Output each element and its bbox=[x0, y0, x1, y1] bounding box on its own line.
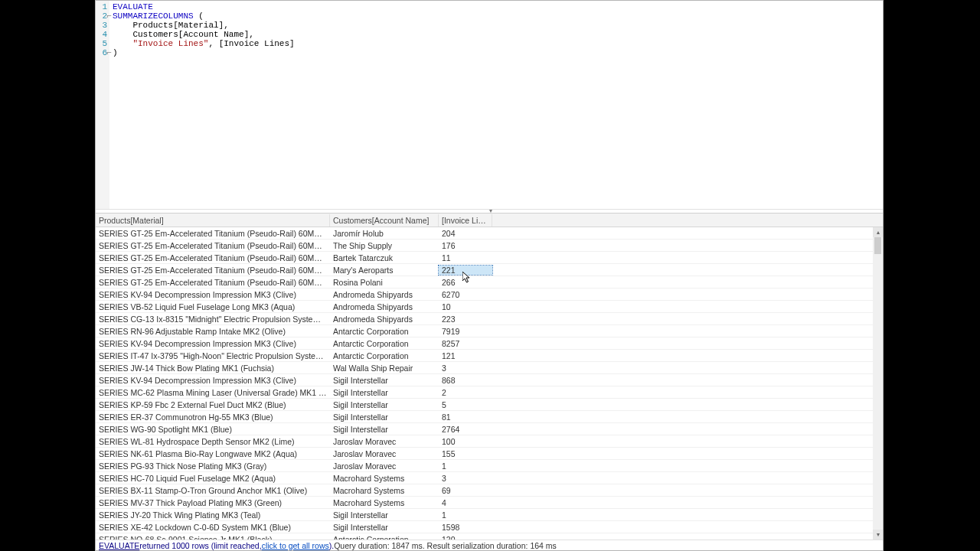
cell[interactable]: 2764 bbox=[439, 425, 492, 434]
cell[interactable]: 204 bbox=[439, 229, 492, 238]
cell[interactable]: 100 bbox=[439, 437, 492, 446]
cell[interactable]: The Ship Supply bbox=[330, 241, 439, 250]
cell[interactable]: SERIES WG-90 Spotlight MK1 (Blue) bbox=[96, 425, 330, 434]
cell[interactable]: SERIES JY-20 Thick Wing Plating MK3 (Tea… bbox=[96, 510, 330, 520]
table-row[interactable]: SERIES HC-70 Liquid Fuel Fuselage MK2 (A… bbox=[96, 472, 883, 484]
cell[interactable]: SERIES KP-59 Fbc 2 External Fuel Duct MK… bbox=[96, 400, 330, 409]
table-row[interactable]: SERIES GT-25 Em-Accelerated Titanium (Ps… bbox=[96, 240, 883, 252]
column-header-account[interactable]: Customers[Account Name] bbox=[330, 214, 439, 227]
cell[interactable]: 176 bbox=[439, 241, 492, 250]
cell[interactable]: SERIES MC-62 Plasma Mining Laser (Univer… bbox=[96, 388, 330, 397]
table-row[interactable]: SERIES XE-42 Lockdown C-0-6D System MK1 … bbox=[96, 521, 883, 533]
cell[interactable]: SERIES XE-42 Lockdown C-0-6D System MK1 … bbox=[96, 523, 330, 532]
cell[interactable]: Mary's Aeroparts bbox=[330, 266, 439, 275]
cell[interactable]: Wal Walla Ship Repair bbox=[330, 364, 439, 373]
cell[interactable]: 69 bbox=[439, 486, 492, 495]
table-row[interactable]: SERIES WL-81 Hydrospace Depth Sensor MK2… bbox=[96, 435, 883, 448]
cell[interactable]: Sigil Interstellar bbox=[330, 388, 439, 397]
cell[interactable]: Sigil Interstellar bbox=[330, 412, 439, 422]
cell[interactable]: 1598 bbox=[439, 523, 492, 532]
column-header-material[interactable]: Products[Material] bbox=[96, 214, 330, 227]
cell[interactable]: SERIES GT-25 Em-Accelerated Titanium (Ps… bbox=[96, 266, 330, 275]
cell[interactable]: Sigil Interstellar bbox=[330, 376, 439, 385]
cell[interactable]: SERIES GT-25 Em-Accelerated Titanium (Ps… bbox=[96, 278, 330, 287]
cell[interactable]: 1 bbox=[439, 461, 492, 471]
cell[interactable]: Sigil Interstellar bbox=[330, 400, 439, 409]
table-row[interactable]: SERIES NK-61 Plasma Bio-Ray Longwave MK2… bbox=[96, 448, 883, 460]
table-row[interactable]: SERIES VB-52 Liquid Fuel Fuselage Long M… bbox=[96, 301, 883, 313]
table-row[interactable]: SERIES GT-25 Em-Accelerated Titanium (Ps… bbox=[96, 276, 883, 289]
cell[interactable]: SERIES MV-37 Thick Payload Plating MK3 (… bbox=[96, 498, 330, 507]
cell[interactable]: SERIES VB-52 Liquid Fuel Fuselage Long M… bbox=[96, 302, 330, 311]
cell[interactable]: 4 bbox=[439, 498, 492, 507]
cell[interactable]: Bartek Tatarczuk bbox=[330, 253, 439, 262]
cell[interactable]: SERIES ER-37 Communotron Hg-55 MK3 (Blue… bbox=[96, 412, 330, 422]
cell[interactable]: SERIES CG-13 Ix-8315 "Midnight" Electric… bbox=[96, 315, 330, 324]
table-row[interactable]: SERIES JY-20 Thick Wing Plating MK3 (Tea… bbox=[96, 509, 883, 521]
cell[interactable]: SERIES KV-94 Decompression Impression MK… bbox=[96, 339, 330, 348]
cell[interactable]: SERIES NK-61 Plasma Bio-Ray Longwave MK2… bbox=[96, 449, 330, 458]
cell[interactable]: Sigil Interstellar bbox=[330, 523, 439, 532]
cell[interactable]: 221 bbox=[439, 266, 492, 275]
cell[interactable]: SERIES NO-68 Sc-9001 Science Jr MK1 (Bla… bbox=[96, 535, 330, 540]
cell[interactable]: Macrohard Systems bbox=[330, 486, 439, 495]
cell[interactable]: SERIES KV-94 Decompression Impression MK… bbox=[96, 376, 330, 385]
cell[interactable]: 10 bbox=[439, 302, 492, 311]
scroll-thumb[interactable] bbox=[874, 237, 881, 254]
scroll-up-icon[interactable]: ▴ bbox=[873, 227, 883, 237]
cell[interactable]: 155 bbox=[439, 449, 492, 458]
table-row[interactable]: SERIES GT-25 Em-Accelerated Titanium (Ps… bbox=[96, 227, 883, 240]
cell[interactable]: 121 bbox=[439, 351, 492, 360]
cell[interactable]: Jaroslav Moravec bbox=[330, 437, 439, 446]
cell[interactable]: SERIES GT-25 Em-Accelerated Titanium (Ps… bbox=[96, 229, 330, 238]
table-row[interactable]: SERIES BX-11 Stamp-O-Tron Ground Anchor … bbox=[96, 484, 883, 497]
cell[interactable]: Andromeda Shipyards bbox=[330, 290, 439, 299]
cell[interactable]: 868 bbox=[439, 376, 492, 385]
table-row[interactable]: SERIES KV-94 Decompression Impression MK… bbox=[96, 337, 883, 350]
pane-splitter[interactable] bbox=[96, 209, 883, 214]
table-row[interactable]: SERIES GT-25 Em-Accelerated Titanium (Ps… bbox=[96, 264, 883, 276]
cell[interactable]: SERIES PG-93 Thick Nose Plating MK3 (Gra… bbox=[96, 461, 330, 471]
cell[interactable]: 1 bbox=[439, 510, 492, 520]
table-row[interactable]: SERIES KV-94 Decompression Impression MK… bbox=[96, 374, 883, 386]
table-row[interactable]: SERIES JW-14 Thick Bow Plating MK1 (Fuch… bbox=[96, 362, 883, 374]
code-editor[interactable]: 123456 EVALUATE⌐SUMMARIZECOLUMNS ( Produ… bbox=[96, 1, 883, 209]
cell[interactable]: SERIES HC-70 Liquid Fuel Fuselage MK2 (A… bbox=[96, 474, 330, 483]
grid-body[interactable]: SERIES GT-25 Em-Accelerated Titanium (Ps… bbox=[96, 227, 883, 540]
table-row[interactable]: SERIES IT-47 Ix-3795 "High-Noon" Electri… bbox=[96, 350, 883, 362]
cell[interactable]: 7919 bbox=[439, 327, 492, 336]
cell[interactable]: Jaroslav Moravec bbox=[330, 461, 439, 471]
table-row[interactable]: SERIES NO-68 Sc-9001 Science Jr MK1 (Bla… bbox=[96, 533, 883, 540]
cell[interactable]: 5 bbox=[439, 400, 492, 409]
cell[interactable]: Jaroslav Moravec bbox=[330, 449, 439, 458]
table-row[interactable]: SERIES KP-59 Fbc 2 External Fuel Duct MK… bbox=[96, 399, 883, 411]
cell[interactable]: 3 bbox=[439, 474, 492, 483]
cell[interactable]: Antarctic Corporation bbox=[330, 339, 439, 348]
cell[interactable]: Andromeda Shipyards bbox=[330, 302, 439, 311]
table-row[interactable]: SERIES KV-94 Decompression Impression MK… bbox=[96, 289, 883, 301]
cell[interactable]: 11 bbox=[439, 253, 492, 262]
table-row[interactable]: SERIES WG-90 Spotlight MK1 (Blue)Sigil I… bbox=[96, 423, 883, 435]
cell[interactable]: SERIES JW-14 Thick Bow Plating MK1 (Fuch… bbox=[96, 364, 330, 373]
table-row[interactable]: SERIES MV-37 Thick Payload Plating MK3 (… bbox=[96, 497, 883, 509]
table-row[interactable]: SERIES ER-37 Communotron Hg-55 MK3 (Blue… bbox=[96, 411, 883, 423]
cell[interactable]: Macrohard Systems bbox=[330, 498, 439, 507]
cell[interactable]: 3 bbox=[439, 364, 492, 373]
cell[interactable]: SERIES GT-25 Em-Accelerated Titanium (Ps… bbox=[96, 241, 330, 250]
cell[interactable]: 120 bbox=[439, 535, 492, 540]
table-row[interactable]: SERIES PG-93 Thick Nose Plating MK3 (Gra… bbox=[96, 460, 883, 472]
cell[interactable]: 6270 bbox=[439, 290, 492, 299]
cell[interactable]: Sigil Interstellar bbox=[330, 425, 439, 434]
cell[interactable]: SERIES BX-11 Stamp-O-Tron Ground Anchor … bbox=[96, 486, 330, 495]
cell[interactable]: SERIES WL-81 Hydrospace Depth Sensor MK2… bbox=[96, 437, 330, 446]
cell[interactable]: Antarctic Corporation bbox=[330, 351, 439, 360]
code-area[interactable]: EVALUATE⌐SUMMARIZECOLUMNS ( Products[Mat… bbox=[109, 1, 883, 209]
cell[interactable]: 81 bbox=[439, 412, 492, 422]
table-row[interactable]: SERIES MC-62 Plasma Mining Laser (Univer… bbox=[96, 386, 883, 399]
cell[interactable]: 2 bbox=[439, 388, 492, 397]
cell[interactable]: SERIES IT-47 Ix-3795 "High-Noon" Electri… bbox=[96, 351, 330, 360]
scroll-down-icon[interactable]: ▾ bbox=[873, 530, 883, 540]
cell[interactable]: Andromeda Shipyards bbox=[330, 315, 439, 324]
column-header-invoice-lines[interactable]: [Invoice Lines] bbox=[439, 214, 492, 227]
vertical-scrollbar[interactable]: ▴ ▾ bbox=[873, 227, 883, 540]
